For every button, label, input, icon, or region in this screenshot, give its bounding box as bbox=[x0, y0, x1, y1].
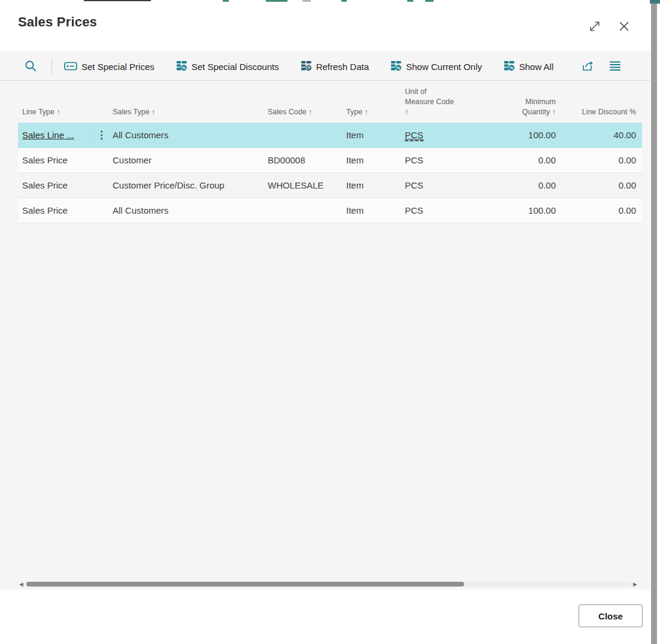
show-current-only-button[interactable]: % Show Current Only bbox=[390, 60, 482, 74]
share-button[interactable] bbox=[579, 58, 597, 76]
cell-sales-type: Customer Price/Disc. Group bbox=[113, 180, 268, 190]
close-button[interactable]: Close bbox=[579, 604, 643, 627]
set-special-discounts-button[interactable]: % Set Special Discounts bbox=[176, 60, 279, 74]
background-fragment bbox=[223, 0, 229, 2]
cell-minimum-quantity: 0.00 bbox=[473, 180, 556, 190]
column-header-line-discount[interactable]: Line Discount % bbox=[556, 107, 636, 117]
uom-lookup-link[interactable]: PCS bbox=[405, 130, 423, 141]
background-fragment bbox=[425, 0, 434, 2]
page-title: Sales Prices bbox=[18, 14, 97, 30]
column-header-sales-code[interactable]: Sales Code ↑ bbox=[268, 107, 346, 117]
dialog-content: Set Special Prices % Set Special Discoun… bbox=[0, 51, 650, 590]
dialog-footer: Close bbox=[0, 590, 650, 644]
action-toolbar: Set Special Prices % Set Special Discoun… bbox=[0, 53, 650, 81]
background-fragment bbox=[407, 0, 413, 2]
cell-line-discount: 40.00 bbox=[556, 130, 636, 140]
cell-line-type: Sales Price bbox=[18, 205, 90, 215]
background-window-scrollbar bbox=[650, 0, 660, 644]
cell-sales-type: All Customers bbox=[113, 205, 268, 215]
cell-sales-type: Customer bbox=[113, 155, 268, 165]
button-label: Set Special Prices bbox=[81, 62, 155, 72]
column-label: Type ↑ bbox=[346, 107, 368, 117]
scrollbar-thumb[interactable] bbox=[26, 582, 464, 587]
cell-minimum-quantity: 100.00 bbox=[473, 130, 556, 140]
table-refresh-icon: ⟳ bbox=[301, 60, 312, 74]
close-dialog-button[interactable] bbox=[613, 17, 635, 37]
cell-unit-of-measure: PCS bbox=[405, 205, 473, 215]
column-label: Sales Code ↑ bbox=[268, 107, 312, 117]
cell-line-type: Sales Price bbox=[18, 155, 90, 165]
background-fragment bbox=[266, 0, 287, 2]
refresh-data-button[interactable]: ⟳ Refresh Data bbox=[301, 60, 369, 74]
dialog-titlebar: Sales Prices bbox=[0, 2, 650, 51]
column-label: Unit of Measure Code ↑ bbox=[405, 87, 456, 117]
cell-line-discount: 0.00 bbox=[556, 180, 636, 190]
cell-line-type: Sales Line ... bbox=[18, 130, 90, 140]
cell-type: Item bbox=[346, 180, 405, 190]
line-type-link[interactable]: Sales Line ... bbox=[22, 130, 74, 140]
svg-text:%: % bbox=[509, 65, 513, 70]
table-row[interactable]: Sales Line ... ⋮ All Customers Item PCS … bbox=[18, 123, 642, 148]
column-label: Line Type ↑ bbox=[22, 107, 60, 117]
background-scrollbar-cap bbox=[650, 0, 660, 4]
cell-type: Item bbox=[346, 155, 405, 165]
cell-minimum-quantity: 100.00 bbox=[473, 205, 556, 215]
button-label: Set Special Discounts bbox=[192, 62, 279, 72]
search-button[interactable] bbox=[22, 58, 40, 76]
expand-dialog-button[interactable] bbox=[584, 17, 605, 37]
column-label: Sales Type ↑ bbox=[113, 107, 155, 117]
column-header-type[interactable]: Type ↑ bbox=[346, 107, 405, 117]
sales-prices-dialog: Sales Prices bbox=[0, 2, 650, 644]
scroll-left-arrow-icon[interactable]: ◄ bbox=[18, 581, 25, 588]
cell-line-discount: 0.00 bbox=[556, 155, 636, 165]
cell-row-menu: ⋮ bbox=[90, 130, 113, 140]
cell-unit-of-measure: PCS bbox=[405, 130, 473, 140]
column-header-minimum-quantity[interactable]: Minimum Quantity ↑ bbox=[473, 97, 556, 117]
cell-line-type: Sales Price bbox=[18, 180, 90, 190]
cell-type: Item bbox=[346, 205, 405, 215]
price-tag-icon bbox=[64, 61, 77, 73]
set-special-prices-button[interactable]: Set Special Prices bbox=[64, 61, 155, 73]
column-header-line-type[interactable]: Line Type ↑ bbox=[18, 107, 90, 117]
cell-sales-code: BD00008 bbox=[268, 155, 346, 165]
table-percent-icon: % bbox=[504, 60, 515, 74]
cell-unit-of-measure: PCS bbox=[405, 180, 473, 190]
screen: Sales Prices bbox=[0, 0, 660, 644]
column-header-sales-type[interactable]: Sales Type ↑ bbox=[113, 107, 268, 117]
table-row[interactable]: Sales Price Customer BD00008 Item PCS 0.… bbox=[18, 148, 642, 173]
table-percent-icon: % bbox=[390, 60, 402, 74]
show-all-button[interactable]: % Show All bbox=[504, 60, 554, 74]
background-fragment bbox=[84, 0, 151, 1]
button-label: Show All bbox=[519, 62, 554, 72]
svg-text:⟳: ⟳ bbox=[306, 65, 311, 71]
horizontal-scrollbar: ◄ ► bbox=[18, 580, 638, 588]
list-options-button[interactable] bbox=[606, 58, 624, 76]
cell-line-discount: 0.00 bbox=[556, 205, 636, 215]
scroll-right-arrow-icon[interactable]: ► bbox=[632, 581, 638, 588]
button-label: Refresh Data bbox=[316, 62, 369, 72]
background-fragment bbox=[341, 0, 347, 2]
background-fragment bbox=[302, 0, 311, 2]
share-icon bbox=[581, 60, 594, 74]
cell-unit-of-measure: PCS bbox=[405, 155, 473, 165]
background-scrollbar-bar[interactable] bbox=[651, 0, 657, 644]
row-menu-button[interactable]: ⋮ bbox=[96, 130, 107, 140]
svg-text:%: % bbox=[181, 65, 186, 70]
column-header-unit-of-measure[interactable]: Unit of Measure Code ↑ bbox=[405, 87, 473, 117]
table-header-row: Line Type ↑ Sales Type ↑ Sales Code ↑ Ty… bbox=[18, 81, 642, 123]
column-label: Minimum Quantity ↑ bbox=[511, 97, 556, 117]
cell-sales-code: WHOLESALE bbox=[268, 180, 346, 190]
cell-minimum-quantity: 0.00 bbox=[473, 155, 556, 165]
cell-type: Item bbox=[346, 130, 405, 140]
close-icon bbox=[617, 19, 631, 35]
expand-icon bbox=[588, 19, 602, 35]
column-label: Line Discount % bbox=[582, 107, 636, 117]
toolbar-divider bbox=[52, 59, 52, 75]
search-icon bbox=[24, 59, 37, 75]
cell-sales-type: All Customers bbox=[113, 130, 268, 140]
table-row[interactable]: Sales Price All Customers Item PCS 100.0… bbox=[18, 198, 642, 223]
table-percent-icon: % bbox=[176, 60, 187, 74]
table-row[interactable]: Sales Price Customer Price/Disc. Group W… bbox=[18, 173, 642, 198]
svg-text:%: % bbox=[396, 65, 401, 70]
list-icon bbox=[609, 60, 621, 73]
